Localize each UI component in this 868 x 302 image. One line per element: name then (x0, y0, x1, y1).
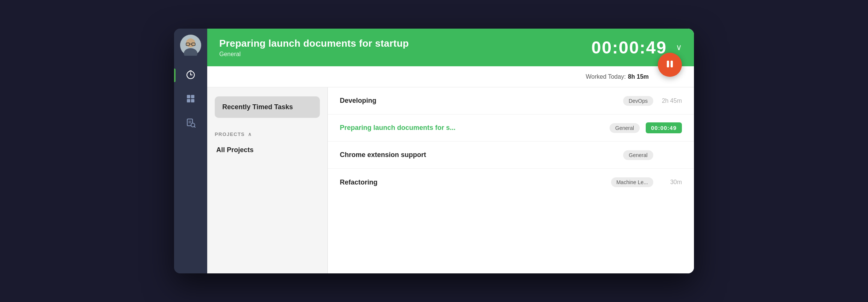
worked-today-bar: Worked Today: 8h 15m (207, 66, 694, 87)
timer-chevron-icon[interactable]: ∨ (676, 43, 682, 52)
task-name-active[interactable]: Preparing launch documents for s... (340, 124, 604, 132)
timer-task-project: General (219, 51, 591, 58)
projects-section: PROJECTS ∧ All Projects (215, 131, 320, 157)
sidebar-navigation (174, 62, 207, 134)
timer-time-display: 00:00:49 (591, 37, 667, 58)
pause-button[interactable] (658, 53, 682, 77)
svg-rect-20 (671, 61, 673, 67)
timer-header: Preparing launch documents for startup G… (207, 29, 694, 66)
svg-rect-12 (187, 99, 190, 102)
svg-rect-19 (667, 61, 669, 67)
avatar[interactable] (180, 35, 201, 56)
task-name[interactable]: Developing (340, 97, 617, 105)
task-tag: General (610, 123, 640, 133)
svg-rect-11 (191, 95, 194, 98)
pause-icon (665, 59, 675, 71)
sidebar (174, 29, 207, 273)
task-time: 2h 45m (659, 98, 682, 104)
table-row: Developing DevOps 2h 45m (328, 87, 694, 114)
sidebar-item-reports[interactable] (174, 113, 207, 134)
svg-line-16 (194, 126, 195, 127)
projects-header[interactable]: PROJECTS ∧ (215, 131, 320, 137)
svg-rect-13 (191, 99, 194, 102)
timer-icon (186, 70, 196, 81)
task-name[interactable]: Chrome extension support (340, 151, 617, 159)
task-name[interactable]: Refactoring (340, 178, 605, 186)
sidebar-item-dashboard[interactable] (174, 89, 207, 110)
task-tag: DevOps (623, 96, 653, 106)
active-timer-badge: 00:00:49 (646, 122, 682, 133)
project-item-all[interactable]: All Projects (215, 143, 320, 157)
main-content: Preparing launch documents for startup G… (207, 29, 694, 273)
projects-label: PROJECTS (215, 131, 245, 137)
dashboard-icon (186, 94, 196, 105)
app-container: Preparing launch documents for startup G… (174, 29, 694, 273)
table-row: Chrome extension support General (328, 142, 694, 169)
right-panel: Developing DevOps 2h 45m Preparing launc… (328, 87, 694, 273)
table-row: Refactoring Machine Le... 30m (328, 169, 694, 196)
sidebar-item-timer[interactable] (174, 65, 207, 86)
worked-today-value: 8h 15m (628, 73, 649, 80)
task-time: 30m (659, 179, 682, 186)
svg-rect-10 (187, 95, 190, 98)
timer-task-title: Preparing launch documents for startup (219, 38, 591, 49)
table-row: Preparing launch documents for s... Gene… (328, 114, 694, 142)
task-tag: General (623, 150, 653, 160)
recently-timed-button[interactable]: Recently Timed Tasks (215, 96, 320, 118)
body-area: Recently Timed Tasks PROJECTS ∧ All Proj… (207, 87, 694, 273)
task-tag: Machine Le... (611, 177, 653, 187)
avatar-container[interactable] (174, 29, 207, 62)
reports-icon (186, 118, 196, 129)
worked-today-label: Worked Today: (586, 73, 626, 80)
timer-task-info: Preparing launch documents for startup G… (219, 38, 591, 58)
projects-collapse-icon[interactable]: ∧ (248, 131, 252, 137)
left-panel: Recently Timed Tasks PROJECTS ∧ All Proj… (207, 87, 328, 273)
